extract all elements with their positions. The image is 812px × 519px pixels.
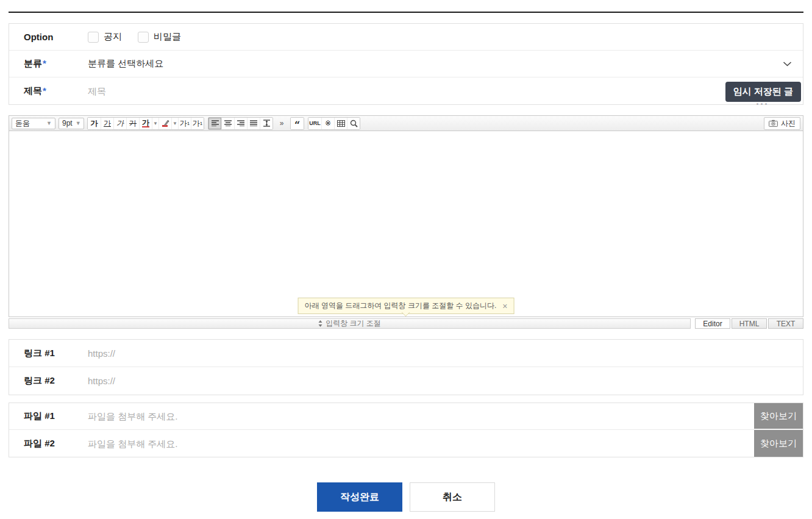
secret-checkbox[interactable] (138, 32, 149, 43)
subscript-char: 가 (193, 118, 200, 129)
file1-input[interactable] (88, 411, 748, 421)
bold-button[interactable]: 가 (88, 118, 101, 129)
notice-checkbox-label: 공지 (104, 31, 122, 43)
tab-html[interactable]: HTML (732, 318, 767, 329)
text-style-group: 가 가 가 가 가 ▼ ▼ 가1 가1 (87, 117, 204, 130)
file2-label: 파일 #2 (9, 438, 88, 449)
font-color-button[interactable]: 가 (142, 119, 149, 127)
subscript-button[interactable]: 가1 (191, 118, 204, 129)
category-select[interactable]: 분류를 선택하세요 (88, 58, 803, 70)
superscript-char: 가 (180, 118, 187, 129)
option-row: Option 공지 비밀글 (9, 24, 803, 51)
resize-arrows-icon (318, 320, 322, 327)
resize-hint-text: 아래 영역을 드래그하여 입력창 크기를 조절할 수 있습니다. (305, 301, 497, 311)
insert-group: URL ※ (308, 117, 360, 130)
editor-content-area[interactable] (9, 131, 803, 317)
post-write-form: Option 공지 비밀글 분류* 분류를 선택하세요 제 (0, 12, 812, 512)
option-value: 공지 비밀글 (88, 31, 803, 43)
align-center-icon (224, 120, 232, 126)
select-arrow-icon: ▼ (46, 120, 52, 126)
top-divider (9, 12, 803, 13)
form-actions: 작성완료 취소 (9, 482, 803, 512)
font-family-select[interactable]: 돋움 ▼ (12, 118, 55, 129)
link2-value (88, 376, 803, 386)
editor-toolbar: 돋움 ▼ 9pt ▼ 가 가 가 가 가 ▼ (9, 116, 803, 131)
resize-hint-tooltip: 아래 영역을 드래그하여 입력창 크기를 조절할 수 있습니다. × (298, 298, 515, 314)
title-required-mark: * (43, 85, 46, 96)
tab-editor[interactable]: Editor (695, 318, 730, 329)
link2-input[interactable] (88, 376, 803, 386)
find-replace-button[interactable] (347, 118, 360, 129)
title-value (88, 86, 803, 96)
tooltip-close-icon[interactable]: × (502, 301, 507, 311)
title-label-text: 제목 (24, 85, 42, 96)
file2-row: 파일 #2 찾아보기 (9, 430, 803, 457)
cancel-button[interactable]: 취소 (410, 482, 495, 512)
select-arrow-icon: ▼ (76, 120, 81, 126)
align-justify-button[interactable] (247, 118, 260, 129)
quote-group: “ (290, 117, 304, 130)
submit-button[interactable]: 작성완료 (317, 482, 402, 512)
category-label-text: 분류 (24, 58, 42, 68)
post-meta-form: Option 공지 비밀글 분류* 분류를 선택하세요 제 (9, 23, 803, 105)
category-row[interactable]: 분류* 분류를 선택하세요 (9, 51, 803, 77)
superscript-button[interactable]: 가1 (178, 118, 191, 129)
align-justify-icon (250, 120, 257, 126)
secret-checkbox-label: 비밀글 (154, 31, 181, 43)
link1-label: 링크 #1 (9, 348, 88, 359)
line-height-icon (263, 120, 270, 127)
link1-input[interactable] (88, 348, 803, 359)
superscript-digit: 1 (187, 121, 190, 126)
resize-handle-label: 입력창 크기 조절 (326, 318, 381, 329)
file2-input[interactable] (88, 438, 748, 449)
search-icon (350, 120, 358, 127)
align-center-button[interactable] (221, 118, 234, 129)
files-box: 파일 #1 찾아보기 파일 #2 찾아보기 (9, 403, 803, 457)
link1-value (88, 348, 803, 359)
italic-button[interactable]: 가 (113, 118, 126, 129)
highlight-button[interactable] (158, 118, 171, 129)
photo-insert-button[interactable]: 사진 (764, 117, 800, 130)
font-color-dropdown-arrow[interactable]: ▼ (152, 118, 158, 129)
align-right-button[interactable] (234, 118, 247, 129)
alignment-group (208, 117, 273, 130)
category-required-mark: * (43, 58, 46, 68)
option-label: Option (9, 32, 88, 42)
file1-browse-button[interactable]: 찾아보기 (754, 403, 803, 429)
link2-row: 링크 #2 (9, 367, 803, 395)
strikethrough-button[interactable]: 가 (126, 118, 139, 129)
table-icon (337, 120, 345, 127)
notice-checkbox[interactable] (88, 32, 99, 43)
secret-checkbox-item[interactable]: 비밀글 (138, 31, 181, 43)
url-link-button[interactable]: URL (308, 118, 321, 129)
title-row: 제목* 임시 저장된 글 ... (9, 77, 803, 104)
links-box: 링크 #1 링크 #2 (9, 339, 803, 395)
file2-value (88, 438, 803, 449)
subscript-digit: 1 (200, 121, 202, 126)
file1-value (88, 411, 803, 421)
toolbar-more-button[interactable]: » (277, 119, 287, 127)
highlight-dropdown-arrow[interactable]: ▼ (171, 118, 178, 129)
underline-button[interactable]: 가 (101, 118, 113, 129)
highlighter-icon (162, 120, 169, 127)
category-select-value: 분류를 선택하세요 (88, 58, 163, 70)
file1-row: 파일 #1 찾아보기 (9, 403, 803, 430)
align-left-button[interactable] (208, 118, 221, 129)
editor-resize-handle[interactable]: 입력창 크기 조절 (9, 318, 691, 329)
chevron-down-icon[interactable] (783, 61, 792, 66)
editor-mode-tabs: Editor HTML TEXT (695, 318, 803, 329)
font-size-select[interactable]: 9pt ▼ (59, 118, 84, 129)
file2-browse-button[interactable]: 찾아보기 (754, 430, 803, 457)
special-char-button[interactable]: ※ (321, 118, 334, 129)
align-right-icon (237, 120, 244, 126)
font-size-value: 9pt (62, 119, 73, 127)
notice-checkbox-item[interactable]: 공지 (88, 31, 122, 43)
rich-text-editor: 돋움 ▼ 9pt ▼ 가 가 가 가 가 ▼ (9, 115, 803, 317)
blockquote-button[interactable]: “ (291, 118, 304, 129)
camera-icon (769, 120, 778, 127)
line-height-button[interactable] (260, 118, 272, 129)
table-button[interactable] (334, 118, 347, 129)
title-input[interactable] (88, 86, 711, 96)
tab-text[interactable]: TEXT (768, 318, 803, 329)
link2-label: 링크 #2 (9, 375, 88, 387)
